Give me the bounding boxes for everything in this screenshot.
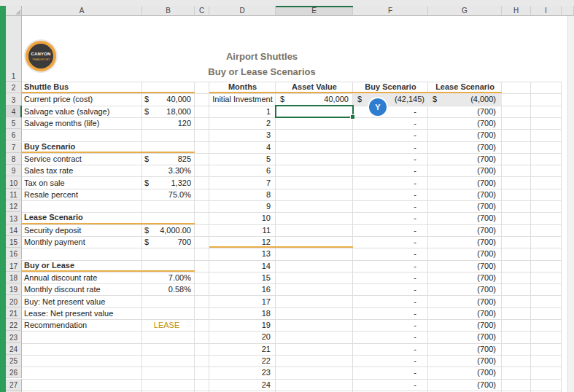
cell-lease-value[interactable]: (700) [428, 117, 502, 129]
cell-month-number[interactable]: 23 [209, 366, 276, 378]
cell-value[interactable]: 4,000.00 [142, 224, 195, 236]
cell-row-label[interactable]: Buy: Net present value [22, 295, 142, 307]
cell-buy-value[interactable]: - [353, 331, 428, 342]
row-header-20[interactable]: 20 [6, 295, 22, 307]
cell-value[interactable]: 0.58% [142, 283, 195, 295]
cell-lease-value[interactable]: (700) [428, 129, 502, 141]
row-header-6[interactable]: 6 [6, 129, 22, 141]
cell-month-number[interactable]: 5 [209, 153, 276, 165]
section-header[interactable]: Lease Scenario [22, 212, 195, 224]
schedule-column-header[interactable]: Asset Value [276, 82, 353, 93]
row-header-19[interactable]: 19 [6, 283, 22, 295]
row-header-21[interactable]: 21 [6, 307, 22, 319]
row-header-8[interactable]: 8 [6, 153, 22, 165]
column-header-E[interactable]: E [276, 6, 353, 16]
cell-lease-value[interactable]: (700) [428, 272, 502, 283]
cell-lease-value[interactable]: (700) [428, 141, 502, 153]
vertical-scrollbar[interactable] [567, 6, 574, 392]
cell-month-number[interactable]: 9 [209, 200, 276, 212]
cell-lease-value[interactable]: (700) [428, 224, 502, 236]
cell-lease-value[interactable]: (700) [428, 260, 502, 272]
fill-handle[interactable] [350, 114, 355, 119]
row-header-25[interactable]: 25 [6, 355, 22, 366]
cell-lease-value[interactable]: (700) [428, 355, 502, 366]
cell-value[interactable]: 120 [142, 117, 195, 129]
cell-buy-value[interactable]: - [353, 189, 428, 200]
cell-row-label[interactable]: Salvage value (salvage) [22, 106, 142, 117]
cell-buy-value[interactable]: - [353, 248, 428, 259]
column-header-H[interactable]: H [502, 6, 531, 16]
column-header-I[interactable]: I [531, 6, 562, 16]
cell-buy-value[interactable]: - [353, 236, 428, 248]
cell-lease-value[interactable]: (700) [428, 331, 502, 342]
cell-buy-value[interactable]: - [353, 272, 428, 283]
row-header-9[interactable]: 9 [6, 165, 22, 176]
cell-buy-value[interactable]: - [353, 117, 428, 129]
cell-buy-value[interactable]: - [353, 212, 428, 224]
cell-buy-value[interactable]: - [353, 224, 428, 236]
cell-buy-value[interactable]: - [353, 153, 428, 165]
column-header-C[interactable]: C [195, 6, 209, 16]
cell-value[interactable]: 825 [142, 153, 195, 165]
cell-row-label[interactable]: Resale percent [22, 189, 142, 200]
row-header-1[interactable]: 1 [6, 16, 22, 82]
collaborator-badge[interactable]: Y [369, 98, 387, 116]
schedule-column-header[interactable]: Lease Scenario [428, 82, 502, 93]
column-header-D[interactable]: D [209, 6, 276, 16]
select-all-corner[interactable] [6, 6, 22, 16]
cell-row-label[interactable]: Annual discount rate [22, 272, 142, 283]
cell-lease-value[interactable]: (700) [428, 366, 502, 378]
column-header-F[interactable]: F [353, 6, 428, 16]
cell-buy-value[interactable]: - [353, 379, 428, 391]
cell-month-number[interactable]: 22 [209, 355, 276, 366]
cell-buy-value[interactable]: - [353, 141, 428, 153]
cell-lease-value[interactable]: (700) [428, 379, 502, 391]
cell-buy-value[interactable]: - [353, 200, 428, 212]
row-header-13[interactable]: 13 [6, 212, 22, 224]
cell-value[interactable]: 7.00% [142, 272, 195, 283]
cell-buy-value[interactable]: - [353, 129, 428, 141]
schedule-column-header[interactable]: Months [209, 82, 276, 93]
cell-month-number[interactable]: 7 [209, 176, 276, 188]
cell-buy-value[interactable]: - [353, 366, 428, 378]
cell-row-label[interactable]: Security deposit [22, 224, 142, 236]
cell-month-number[interactable]: 18 [209, 307, 276, 319]
row-header-3[interactable]: 3 [6, 93, 22, 105]
cell-value[interactable]: 700 [142, 236, 195, 248]
cell-value[interactable]: 3.30% [142, 165, 195, 176]
column-header-G[interactable]: G [428, 6, 502, 16]
cell-row-label[interactable]: Monthly payment [22, 236, 142, 248]
cell-month-number[interactable]: 17 [209, 295, 276, 307]
cell-buy-value[interactable]: - [353, 319, 428, 331]
cell-buy-value[interactable]: - [353, 176, 428, 188]
row-header-10[interactable]: 10 [6, 176, 22, 188]
cell-value[interactable]: 75.0% [142, 189, 195, 200]
cell-row-label[interactable]: Service contract [22, 153, 142, 165]
cell-lease-value[interactable]: (700) [428, 200, 502, 212]
cell-month-number[interactable]: 19 [209, 319, 276, 331]
cell-month-number[interactable]: 10 [209, 212, 276, 224]
row-header-22[interactable]: 22 [6, 319, 22, 331]
cell-lease-value[interactable]: (700) [428, 295, 502, 307]
cell-buy-value[interactable]: - [353, 283, 428, 295]
cell-lease-value[interactable]: (700) [428, 343, 502, 355]
cell-lease-value[interactable]: (700) [428, 236, 502, 248]
section-header[interactable]: Buy Scenario [22, 141, 195, 153]
cell-buy-value[interactable]: - [353, 307, 428, 319]
cell-buy-value[interactable]: - [353, 106, 428, 117]
cell-initial-lease-value[interactable]: $(4,000) [428, 93, 502, 105]
row-header-14[interactable]: 14 [6, 224, 22, 236]
cell-value[interactable]: 1,320 [142, 176, 195, 188]
cell-lease-value[interactable]: (700) [428, 153, 502, 165]
cell-buy-value[interactable]: - [353, 343, 428, 355]
cell-lease-value[interactable]: (700) [428, 176, 502, 188]
row-header-15[interactable]: 15 [6, 236, 22, 248]
row-header-24[interactable]: 24 [6, 343, 22, 355]
section-header[interactable]: Buy or Lease [22, 260, 195, 272]
cell-lease-value[interactable]: (700) [428, 283, 502, 295]
cell-buy-value[interactable]: - [353, 355, 428, 366]
cell-buy-value[interactable]: - [353, 295, 428, 307]
cell-buy-value[interactable]: - [353, 260, 428, 272]
cell-month-number[interactable]: 20 [209, 331, 276, 342]
cell-lease-value[interactable]: (700) [428, 212, 502, 224]
